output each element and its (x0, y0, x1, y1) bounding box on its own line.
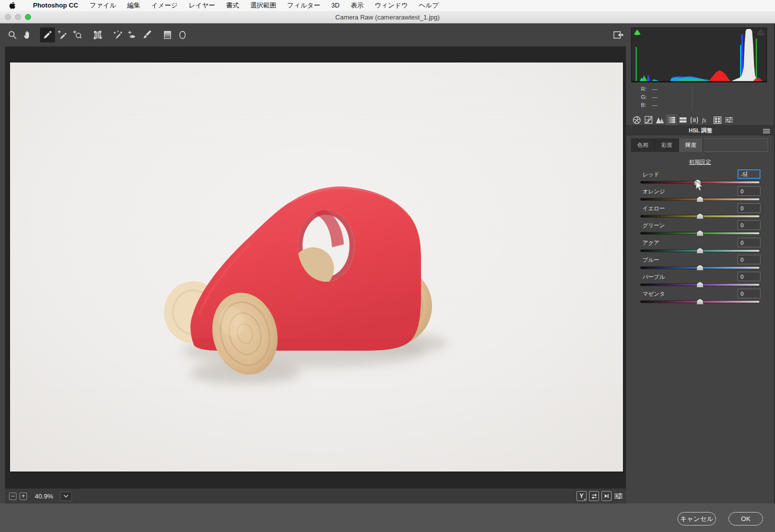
red-eye-tool-button[interactable] (125, 27, 140, 42)
slider-input-green[interactable]: 0 (738, 220, 760, 230)
highlight-clipping-indicator[interactable] (756, 29, 765, 36)
tab-saturation[interactable]: 彩度 (655, 138, 679, 152)
slider-thumb-blue[interactable] (696, 265, 704, 271)
slider-track-green[interactable] (640, 232, 760, 235)
menu-item-window[interactable]: ウィンドウ (369, 0, 414, 11)
graduated-filter-tool-button[interactable] (160, 27, 175, 42)
g-row: G:--- (641, 93, 658, 101)
slider-input-red[interactable]: -5 (738, 169, 760, 179)
shadow-clipping-indicator[interactable] (633, 29, 642, 36)
tab-effects[interactable]: fx (700, 114, 712, 125)
slider-thumb-yellow[interactable] (696, 213, 704, 219)
chevron-down-icon (64, 495, 68, 498)
graduated-filter-tool-icon (162, 29, 173, 40)
slider-green: グリーン 0 (626, 222, 775, 237)
slider-input-blue[interactable]: 0 (738, 255, 760, 264)
menu-item-type[interactable]: 書式 (220, 0, 244, 11)
tab-presets[interactable] (723, 114, 734, 125)
apple-menu[interactable] (9, 1, 17, 9)
hand-tool-button[interactable] (20, 27, 35, 42)
hsl-tab-bar: 色相 彩度 輝度 (631, 138, 703, 152)
tab-hsl-grayscale[interactable] (666, 114, 677, 125)
targeted-adjustment-tool-icon (72, 29, 83, 40)
menu-item-filter[interactable]: フィルター (282, 0, 326, 11)
ok-button[interactable]: OK (728, 512, 763, 526)
slider-track-purple[interactable] (640, 283, 760, 286)
slider-track-orange[interactable] (640, 198, 760, 201)
cancel-button[interactable]: キャンセル (678, 512, 716, 526)
color-sampler-tool-icon (57, 29, 68, 40)
slider-track-yellow[interactable] (640, 215, 760, 218)
menu-item-help[interactable]: ヘルプ (414, 0, 444, 11)
effects-tab-icon: fx (702, 116, 710, 123)
copy-settings-button[interactable] (602, 491, 612, 501)
before-after-view-button[interactable]: Y (576, 491, 586, 501)
menu-item-view[interactable]: 表示 (345, 0, 369, 11)
spot-removal-tool-button[interactable] (110, 27, 125, 42)
tab-luminance[interactable]: 輝度 (679, 138, 703, 152)
slider-blue: ブルー 0 (626, 256, 775, 271)
apple-icon (9, 1, 16, 9)
r-row: R:--- (641, 85, 658, 93)
adjustment-brush-tool-button[interactable] (140, 27, 155, 42)
default-settings-link[interactable]: 初期設定 (640, 158, 760, 166)
histogram-plot (632, 28, 766, 82)
slider-label-yellow: イエロー (642, 205, 665, 212)
tab-hue[interactable]: 色相 (631, 138, 655, 152)
slider-thumb-purple[interactable] (696, 282, 704, 288)
spot-removal-tool-icon (112, 29, 123, 40)
menu-item-select[interactable]: 選択範囲 (244, 0, 282, 11)
menu-item-file[interactable]: ファイル (84, 0, 122, 11)
shadow-clipping-icon (633, 29, 642, 36)
radial-filter-tool-button[interactable] (175, 27, 190, 42)
zoom-in-button[interactable]: + (20, 493, 27, 500)
zoom-tool-button[interactable] (5, 27, 20, 42)
slider-label-red: レッド (642, 171, 660, 178)
menu-item-3d[interactable]: 3D (326, 0, 346, 11)
svg-text:fx: fx (702, 117, 706, 124)
zoom-tool-icon (7, 29, 18, 40)
swap-before-after-button[interactable] (589, 491, 599, 501)
white-balance-tool-icon (42, 29, 53, 40)
zoom-out-button[interactable]: − (9, 493, 16, 500)
histogram (631, 27, 767, 82)
tab-split-toning[interactable] (677, 114, 688, 125)
zoom-bar: − + 40.9% Y (5, 489, 626, 504)
preview-image[interactable] (10, 62, 623, 472)
panel-menu-icon[interactable] (763, 128, 770, 134)
white-balance-tool-button[interactable] (40, 27, 55, 42)
highlight-clipping-icon (756, 29, 765, 36)
slider-thumb-green[interactable] (696, 230, 704, 236)
tab-lens-corrections[interactable] (688, 114, 700, 125)
slider-input-aqua[interactable]: 0 (738, 238, 760, 247)
preview-settings-button[interactable] (614, 491, 623, 501)
slider-track-magenta[interactable] (640, 300, 760, 303)
slider-input-orange[interactable]: 0 (738, 186, 760, 196)
zoom-level-dropdown[interactable] (60, 492, 72, 501)
slider-label-magenta: マゼンタ (642, 290, 665, 298)
targeted-adjustment-tool-button[interactable] (70, 27, 85, 42)
slider-label-aqua: アクア (642, 239, 660, 247)
color-sampler-tool-button[interactable] (55, 27, 70, 42)
slider-thumb-aqua[interactable] (696, 248, 704, 254)
slider-track-aqua[interactable] (640, 249, 760, 252)
title-bar: Camera Raw (camerarawtest_1.jpg) (0, 11, 775, 23)
tab-tone-curve[interactable] (642, 114, 654, 125)
slider-track-blue[interactable] (640, 266, 760, 269)
menu-item-layer[interactable]: レイヤー (183, 0, 220, 11)
slider-thumb-magenta[interactable] (696, 299, 704, 305)
fullscreen-toggle-button[interactable] (611, 27, 626, 42)
tab-camera-calibration[interactable] (712, 114, 723, 125)
tab-basic[interactable] (631, 114, 642, 125)
menu-item-image[interactable]: イメージ (146, 0, 183, 11)
slider-input-yellow[interactable]: 0 (738, 203, 760, 213)
slider-thumb-orange[interactable] (696, 196, 704, 202)
menu-item-app[interactable]: Photoshop CC (27, 0, 84, 11)
tab-detail[interactable] (654, 114, 666, 125)
slider-input-magenta[interactable]: 0 (738, 289, 760, 298)
slider-aqua: アクア 0 (626, 239, 775, 254)
slider-input-purple[interactable]: 0 (738, 272, 760, 281)
menu-item-edit[interactable]: 編集 (122, 0, 146, 11)
g-value: --- (652, 94, 658, 100)
transform-tool-button[interactable] (90, 27, 105, 42)
